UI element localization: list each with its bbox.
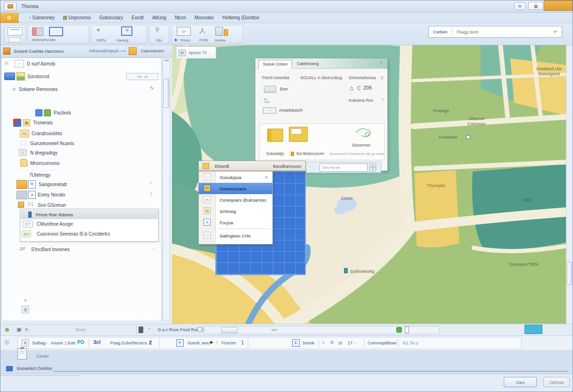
tool-anuos[interactable]: Anuos [51,341,63,345]
menu-item-3[interactable]: Esndt [127,14,148,22]
tool-n1[interactable]: 1 [241,340,244,345]
panel-section-title[interactable]: Sokane Rennooes [19,87,57,92]
tool-frorcim[interactable]: Frorcim [221,341,236,345]
layer-item-eomynorato[interactable]: a Eomy Norato ⟩ [2,190,161,201]
person-icon[interactable]: 人 [199,26,205,35]
menu-item-6[interactable]: Mocnobo [190,14,218,22]
clock-icon[interactable]: ◔ [147,327,150,332]
window-restore-button[interactable]: ▦ [528,2,543,10]
context-menu-item-2[interactable]: [≣] Coreojoars @uKsamoo [199,194,272,205]
spinner-down-icon[interactable]: ▼ [369,168,376,172]
tool-xtiu[interactable]: X)1 Tiu y [402,341,418,345]
map-scrollbar-horizontal[interactable]: BW [204,326,440,334]
context-menu-title-bar[interactable]: Disordl. Baodkarouusc [198,161,306,171]
context-menu-item-3[interactable]: ▤ Schmeg [199,205,272,217]
status-green-icon[interactable] [396,327,402,333]
menu-item-7[interactable]: Holtemg (Goottse [218,14,263,22]
panel-scrollbar-thumb[interactable] [164,79,169,108]
tool-soonk[interactable]: Soonk [303,341,315,345]
tool-po[interactable]: PO [77,340,84,345]
expander-icon[interactable]: ⊟ᴬ [20,246,25,251]
panel-header-subtitle[interactable]: Infrasoebmpuot ⟶ [89,49,126,53]
target-icon[interactable]: ◎ [4,339,9,345]
popup-title-row[interactable]: Prnos Roe Ilotores [21,210,158,219]
layer-item-mnoncunvons[interactable]: Mnoncunvons [2,159,161,169]
context-menu-item-0[interactable]: ▢ Gooukpjoa _N [199,172,272,183]
layer-item-ndregradrgy[interactable]: ↙ N dregradrgy [2,149,161,158]
scroll-up-icon[interactable] [164,60,169,61]
tool-sotc[interactable]: | Sotc [65,341,76,345]
flag-icon[interactable]: ▶ [210,340,213,344]
panel-row1-label[interactable]: D surf Asmob [27,61,55,66]
dialog-kuboena-label[interactable]: Kuboena Ron [349,98,373,103]
window-minimize-button[interactable]: ⧉ [514,2,525,10]
toolbar-group-new[interactable] [4,25,26,43]
tool-17[interactable]: 17 ·· [348,341,357,345]
tool-2r[interactable]: 2r. [338,341,343,345]
layout-view-icon[interactable]: ▣ [16,327,21,333]
dialog-tab-2[interactable]: Caetnnoeng [297,61,319,66]
quill-icon[interactable]: ✎ [150,85,154,91]
layer-item-gunzetonetef[interactable]: Gunzetonetef Ncanis [2,139,161,149]
menu-item-0[interactable]: • Sutoenney [25,14,59,22]
cabinet-icon[interactable] [215,27,223,36]
menu-item-2[interactable]: Gobsnclary [95,14,128,22]
layer-item-stncbanl[interactable]: ⊟ᴬ S'tncBanl tovoines ⌄ [2,245,161,255]
map-scrollbar-thumb[interactable] [567,262,572,285]
context-menu-item-5[interactable]: ▢ Sa8ngissn Crlis [199,229,272,242]
tool-n2[interactable]: 2 [149,340,152,345]
dialog-don-icon[interactable] [264,86,276,93]
folder-icon[interactable] [267,129,283,142]
status-box-icon[interactable] [405,327,409,333]
search-go-icon[interactable]: ↵ [554,29,562,35]
edit-vertices-icon[interactable]: ⌖ [97,26,107,36]
layout-tool-icon[interactable] [49,27,63,36]
panel-mini-combo[interactable]: vw · pf [126,73,158,80]
layer-item-crandroockhts[interactable]: λo Crandroockhts [2,130,161,139]
tool-5j-icon[interactable]: 5j [22,339,29,347]
globe-icon[interactable]: ⊕ [330,340,334,345]
menu-item-1[interactable]: Unpcovros [59,14,95,22]
search-input[interactable] [452,29,554,34]
tool-f-icon[interactable]: F [176,339,184,347]
magnifier-icon[interactable]: ⚲ [155,26,160,33]
panel-scrollbar[interactable] [163,58,170,320]
dark-tool-icon[interactable] [139,327,143,333]
mini-grid-icon[interactable]: ▥ [22,306,29,313]
popup-item-1[interactable]: Σ:7 CMunthoe Asoge [21,220,158,229]
tool-sotbag[interactable]: Sotbag · [32,341,48,345]
tool-3cl[interactable]: 3cl [93,339,100,345]
layer-item-utelnngy[interactable]: 7Utelnngy [2,170,161,180]
tool-poag[interactable]: Poag.Gcbv/INcorcs. [110,341,148,345]
cancel-button[interactable]: Oehow [543,377,570,387]
panel-header-right-label[interactable]: Caeuraoseo [141,49,164,53]
menu-item-4[interactable]: Atlcing [148,14,171,22]
layer-item-pacbork[interactable]: Pacbork [2,109,161,118]
panel-header-badge-icon[interactable] [129,47,137,55]
tool-e-icon[interactable]: E [292,339,300,347]
dialog-anoet-label[interactable]: Anoetoluoch [279,108,303,113]
tool-comnnep[interactable]: Comnnepdtlowe [368,341,396,345]
popup-item-2[interactable]: (m) Cuoceooo Seeeoas t5.b Cocidertrs [21,229,158,240]
map-frame-icon[interactable]: ▱ [177,27,191,36]
folder-open-icon[interactable] [289,127,308,142]
menu-item-5[interactable]: Ntcrn [171,14,190,22]
dialog-close-icon[interactable]: × [380,60,383,65]
select-frame-icon[interactable]: ⇲ [121,26,132,36]
paint-tool-icon[interactable] [32,27,43,36]
context-menu-item-4[interactable]: S Focjoa [199,217,272,228]
layer-item-tronerais[interactable]: ▦ Tronerais [2,118,161,129]
dialog-tab-1[interactable]: Soeue Coneo [258,60,292,69]
mini-combo-box[interactable]: Zum Aq vw [319,163,368,172]
layer-item-sangoonetatt[interactable]: R Sangoonetatt ◇ [2,180,161,190]
tool-sonolt[interactable]: Sonolt .wou [188,341,210,345]
panel-row2-label[interactable]: Sorotorcrd [27,74,49,79]
context-menu-item-1[interactable]: 🗀 Cuvuncoaco [199,183,272,194]
stamp-icon[interactable]: ◐ [322,340,325,345]
h-scroll-thumb[interactable] [221,327,237,333]
anchor-icon[interactable]: ↕ [216,340,218,344]
dialog-triangle-icon[interactable]: ◺ [265,96,270,103]
menu-home-button[interactable] [0,13,18,23]
ok-button[interactable]: Geo [504,377,537,387]
spinner-up-icon[interactable]: ▲ [369,163,376,167]
